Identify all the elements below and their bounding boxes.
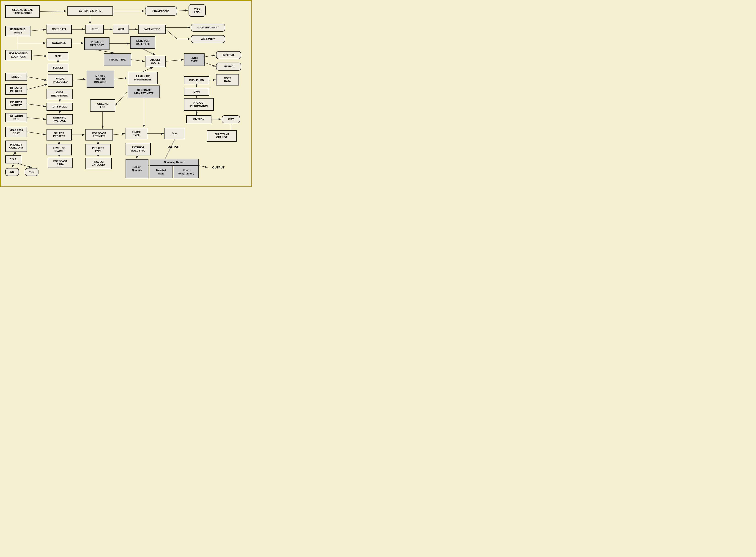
year2000: YEAR 2000 COST bbox=[5, 127, 27, 137]
exterior-wall-bot: EXTERIOR WALL TYPE bbox=[126, 143, 151, 155]
direct: DIRECT bbox=[5, 73, 27, 81]
frame-type-bot: FRAME TYPE bbox=[126, 128, 147, 139]
output-bot: OUTPUT bbox=[208, 164, 229, 172]
project-cat-bot: PROJECT CATEGORY bbox=[5, 141, 27, 152]
division: DIVISION bbox=[186, 115, 212, 123]
units-type: UNITS TYPE bbox=[184, 53, 204, 66]
forecasting-eq: FORECASTING EQUATIONS bbox=[5, 50, 32, 60]
project-info: PROJECT INFORMATION bbox=[184, 98, 214, 111]
metric: METRIC bbox=[216, 63, 241, 70]
cost-data-top: COST DATA bbox=[46, 25, 72, 34]
bill-qty: Bill of Quantity bbox=[126, 159, 149, 178]
svg-line-19 bbox=[97, 50, 114, 53]
detailed-table: Detailed Table bbox=[150, 166, 172, 178]
value-included: VALUE INCLUDEED bbox=[48, 74, 73, 87]
exterior-wall-top: EXTERIOR WALL TYPE bbox=[130, 36, 155, 49]
summary-report: Summary Report bbox=[150, 159, 199, 166]
svg-line-1 bbox=[40, 11, 67, 11]
chart: Chart (Pie;Column) bbox=[174, 166, 199, 178]
svg-line-42 bbox=[113, 134, 125, 135]
svg-line-3 bbox=[177, 10, 188, 11]
svg-line-21 bbox=[204, 55, 216, 57]
generate-new: GENERATE NEW ESTIMATE bbox=[128, 86, 160, 98]
cost-breakdown: COST BREAKDOWN bbox=[46, 89, 73, 99]
level-search: LEVEL OF SEARCH bbox=[46, 144, 72, 155]
forecast-lcc: FORECAST LCC bbox=[90, 99, 115, 112]
read-new-params: READ NEW PARAMETERS bbox=[128, 72, 158, 84]
svg-line-28 bbox=[209, 80, 216, 80]
svg-line-57 bbox=[143, 49, 155, 55]
svg-line-52 bbox=[136, 155, 138, 158]
no: NO bbox=[5, 168, 19, 176]
published: PUBLISHED bbox=[184, 76, 209, 84]
svg-line-25 bbox=[73, 79, 86, 80]
project-cat-main: PROJECT CATEGORY bbox=[84, 37, 109, 50]
global-vb: GLOBAL VISUAL BASIC MODULE bbox=[5, 5, 40, 18]
built-take-off: BUILT TAKE OFF LIST bbox=[207, 130, 237, 142]
imperial: IMPERIAL bbox=[216, 51, 241, 59]
svg-line-56 bbox=[166, 60, 184, 61]
svg-line-22 bbox=[204, 63, 216, 66]
svg-line-6 bbox=[166, 29, 177, 39]
budget: BUDGET bbox=[48, 64, 68, 72]
cost-data-right: COST DATA bbox=[216, 74, 239, 86]
svg-line-36 bbox=[27, 118, 46, 119]
parametric: PARAMETRIC bbox=[138, 25, 166, 34]
svg-line-16 bbox=[32, 55, 47, 56]
city-index: CITY INDEX bbox=[46, 103, 73, 111]
city: CITY bbox=[222, 115, 240, 123]
svg-line-54 bbox=[199, 166, 208, 167]
svg-line-45 bbox=[13, 152, 16, 155]
svg-line-20 bbox=[131, 60, 145, 61]
forecast-estimate: FORECAST ESTIMATE bbox=[86, 129, 113, 141]
output-label: OUTPUT bbox=[163, 143, 184, 151]
adjust-costs: ADJUST COSTS bbox=[145, 56, 166, 67]
national-avg: NATIONAL AVERAGE bbox=[46, 114, 73, 124]
svg-line-40 bbox=[27, 132, 46, 135]
inflation-rate: INFLATION RATE bbox=[5, 113, 27, 122]
preliminary: PRELIMINARY bbox=[145, 6, 177, 16]
wbs-type: WBS TYPE bbox=[189, 4, 206, 17]
dss: D.S.S. bbox=[5, 155, 21, 164]
svg-line-30 bbox=[27, 104, 46, 107]
svg-line-47 bbox=[18, 164, 32, 168]
units: UNITS bbox=[86, 25, 104, 34]
direct-indirect: DIRECT & INDIRECT bbox=[5, 84, 27, 95]
frame-type-top: FRAME TYPE bbox=[104, 53, 131, 66]
wbs: WBS bbox=[113, 25, 129, 34]
sa: S. A. bbox=[164, 128, 185, 139]
estimates-type: ESTIMATE'S TYPE bbox=[67, 6, 113, 16]
svg-line-24 bbox=[27, 84, 47, 89]
assembly: ASSEMBLY bbox=[191, 35, 225, 43]
svg-line-27 bbox=[143, 67, 153, 72]
svg-line-23 bbox=[27, 77, 47, 80]
yes: YES bbox=[25, 168, 38, 176]
svg-line-8 bbox=[30, 29, 46, 31]
project-cat-bottom: PROJECT CATEGORY bbox=[86, 158, 112, 169]
indirect-entry: INDIRECT % ENTRY bbox=[5, 98, 27, 110]
estimating-tools: ESTIMATING TOOLS bbox=[5, 26, 30, 36]
modify-3d: MODIFY 3D-CAD DRAWING bbox=[87, 70, 114, 88]
diagram-container: GLOBAL VISUAL BASIC MODULEESTIMATE'S TYP… bbox=[3, 3, 250, 184]
select-project: SELECT PROJECT bbox=[46, 129, 72, 141]
svg-line-26 bbox=[114, 78, 127, 79]
size: SIZE bbox=[48, 52, 68, 60]
masterformat: MASTERFORMAT bbox=[191, 24, 225, 32]
forecast-area: FORECAST AREA bbox=[48, 158, 73, 168]
own: OWN bbox=[184, 88, 209, 96]
database: DATABASE bbox=[46, 38, 72, 48]
project-type: PROJECT TYPE bbox=[86, 144, 111, 155]
svg-line-31 bbox=[115, 92, 127, 106]
svg-line-46 bbox=[12, 164, 13, 168]
